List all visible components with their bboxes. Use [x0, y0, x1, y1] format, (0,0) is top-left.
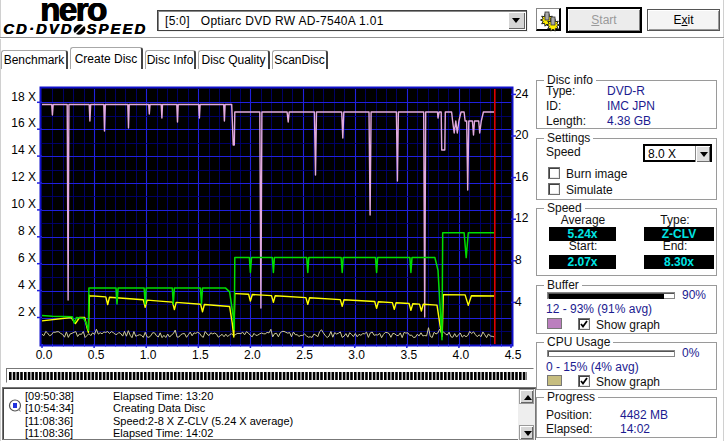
- svg-text:16: 16: [515, 170, 529, 184]
- svg-text:10 X: 10 X: [11, 197, 36, 211]
- svg-text:8 X: 8 X: [18, 224, 36, 238]
- svg-text:1.5: 1.5: [192, 348, 209, 362]
- svg-text:14 X: 14 X: [11, 143, 36, 157]
- svg-text:4 X: 4 X: [18, 278, 36, 292]
- svg-text:12 X: 12 X: [11, 170, 36, 184]
- svg-text:24: 24: [515, 87, 529, 101]
- svg-text:12: 12: [515, 211, 529, 225]
- svg-text:3.0: 3.0: [348, 348, 365, 362]
- svg-text:2.0: 2.0: [244, 348, 261, 362]
- svg-text:0.5: 0.5: [88, 348, 105, 362]
- svg-text:0.0: 0.0: [36, 348, 53, 362]
- svg-text:4.0: 4.0: [453, 348, 470, 362]
- svg-text:6 X: 6 X: [18, 251, 36, 265]
- svg-text:1.0: 1.0: [140, 348, 157, 362]
- svg-text:3.5: 3.5: [400, 348, 417, 362]
- svg-text:4: 4: [515, 295, 522, 309]
- svg-text:18 X: 18 X: [11, 90, 36, 104]
- svg-text:2 X: 2 X: [18, 305, 36, 319]
- svg-text:2.5: 2.5: [296, 348, 313, 362]
- svg-text:16 X: 16 X: [11, 116, 36, 130]
- svg-text:20: 20: [515, 128, 529, 142]
- svg-text:4.5: 4.5: [505, 348, 522, 362]
- svg-text:8: 8: [515, 253, 522, 267]
